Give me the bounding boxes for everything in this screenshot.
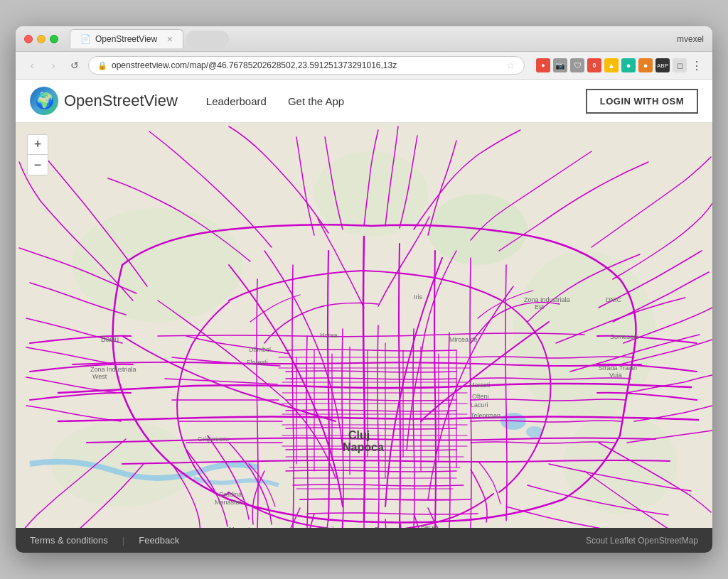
forward-button[interactable]: › <box>46 58 61 73</box>
svg-text:Grigorescu: Grigorescu <box>198 435 229 443</box>
svg-text:Manastur: Manastur <box>229 526 256 528</box>
secure-icon: 🔒 <box>97 61 107 70</box>
svg-text:Marasti: Marasti <box>469 382 491 389</box>
svg-text:Horea: Horea <box>320 332 338 339</box>
bookmark-icon[interactable]: ☆ <box>506 60 515 71</box>
tab-favicon-icon: 📄 <box>80 34 91 44</box>
svg-text:Floresti: Floresti <box>247 359 268 366</box>
feedback-link[interactable]: Feedback <box>139 535 179 546</box>
svg-text:DNIC: DNIC <box>606 296 621 303</box>
browser-tab[interactable]: 📄 OpenStreetView × <box>70 29 183 48</box>
tab-close-icon[interactable]: × <box>167 33 173 45</box>
extension-teal[interactable]: ● <box>621 58 636 72</box>
svg-text:West: West <box>92 373 107 380</box>
back-button[interactable]: ‹ <box>24 58 40 73</box>
svg-text:Strada Traian: Strada Traian <box>599 364 637 372</box>
user-label: mvexel <box>677 34 704 44</box>
svg-text:Zona Industriala: Zona Industriala <box>90 366 136 373</box>
terms-link[interactable]: Terms & conditions <box>30 535 108 546</box>
get-app-link[interactable]: Get the App <box>288 95 344 107</box>
svg-text:Manastur: Manastur <box>215 499 242 506</box>
logo-area: 🌍 OpenStreetView <box>30 87 178 115</box>
minimize-button[interactable] <box>37 35 46 43</box>
login-button[interactable]: LOGIN WITH OSM <box>586 89 698 114</box>
zoom-out-button[interactable]: − <box>28 155 48 175</box>
svg-text:Napoca: Napoca <box>343 441 384 453</box>
svg-text:Lacuri: Lacuri <box>471 401 488 408</box>
svg-point-1 <box>73 208 243 322</box>
close-button[interactable] <box>24 35 33 43</box>
address-bar: ‹ › ↺ 🔒 openstreetview.com/map/@46.76785… <box>16 52 712 80</box>
extension-shield[interactable]: 🛡 <box>570 58 584 72</box>
url-text: openstreetview.com/map/@46.7678520262850… <box>112 60 502 70</box>
more-options-button[interactable]: ⋮ <box>690 58 704 72</box>
url-bar[interactable]: 🔒 openstreetview.com/map/@46.76785202628… <box>88 56 525 75</box>
extension-orange[interactable]: ● <box>638 58 653 72</box>
extension-drive[interactable]: ▲ <box>604 58 619 72</box>
extension-abp[interactable]: ABP <box>655 58 670 72</box>
svg-text:Iris: Iris <box>414 293 422 301</box>
svg-text:Gradina: Gradina <box>219 491 242 498</box>
map-svg: Cluj Napoca Baciu Zona Industriala West … <box>16 123 712 528</box>
extension-light[interactable]: ◻ <box>673 58 687 72</box>
svg-text:Est: Est <box>535 303 545 310</box>
new-tab-button[interactable] <box>186 31 229 48</box>
logo-globe-icon: 🌍 <box>30 87 58 115</box>
app-name: OpenStreetView <box>64 92 178 110</box>
extension-camera[interactable]: 📷 <box>553 58 567 72</box>
svg-text:Someseni: Someseni <box>610 333 638 340</box>
maximize-button[interactable] <box>50 35 58 43</box>
traffic-lights <box>24 35 58 43</box>
footer-divider: | <box>122 535 124 546</box>
svg-text:Baciu: Baciu <box>101 335 119 343</box>
svg-text:Beces: Beces <box>421 524 439 528</box>
svg-text:Mircea de: Mircea de <box>449 336 478 343</box>
app-footer: Terms & conditions | Feedback Scout Leaf… <box>16 528 712 553</box>
browser-window: 📄 OpenStreetView × mvexel ‹ › ↺ 🔒 openst… <box>16 26 712 553</box>
svg-text:Vuia: Vuia <box>609 372 622 379</box>
svg-text:Teleorman: Teleorman <box>471 412 500 419</box>
app-header: 🌍 OpenStreetView Leaderboard Get the App… <box>16 80 712 123</box>
footer-left: Terms & conditions | Feedback <box>30 535 179 546</box>
svg-text:Olteni: Olteni <box>472 393 489 400</box>
tab-area: 📄 OpenStreetView × <box>70 29 677 48</box>
footer-attribution: Scout Leaflet OpenStreetMap <box>586 536 698 546</box>
tab-title: OpenStreetView <box>95 34 157 44</box>
nav-links: Leaderboard Get the App <box>206 95 586 107</box>
refresh-button[interactable]: ↺ <box>67 58 82 73</box>
svg-text:Cluj: Cluj <box>348 429 370 441</box>
map-container[interactable]: Cluj Napoca Baciu Zona Industriala West … <box>16 123 712 528</box>
svg-text:Buna: Buna <box>375 526 390 528</box>
browser-actions: ● 📷 🛡 0 ▲ ● ● ABP ◻ ⋮ <box>536 58 704 72</box>
zoom-in-button[interactable]: + <box>28 135 48 155</box>
extension-red[interactable]: ● <box>536 58 550 72</box>
svg-text:Zona Industriala: Zona Industriala <box>524 296 570 303</box>
svg-text:Zorilor: Zorilor <box>321 526 340 528</box>
zoom-controls: + − <box>27 134 48 175</box>
leaderboard-link[interactable]: Leaderboard <box>206 95 267 107</box>
extension-badge[interactable]: 0 <box>587 58 601 72</box>
title-bar: 📄 OpenStreetView × mvexel <box>16 26 712 52</box>
svg-text:Dâmbel: Dâmbel <box>249 346 271 353</box>
